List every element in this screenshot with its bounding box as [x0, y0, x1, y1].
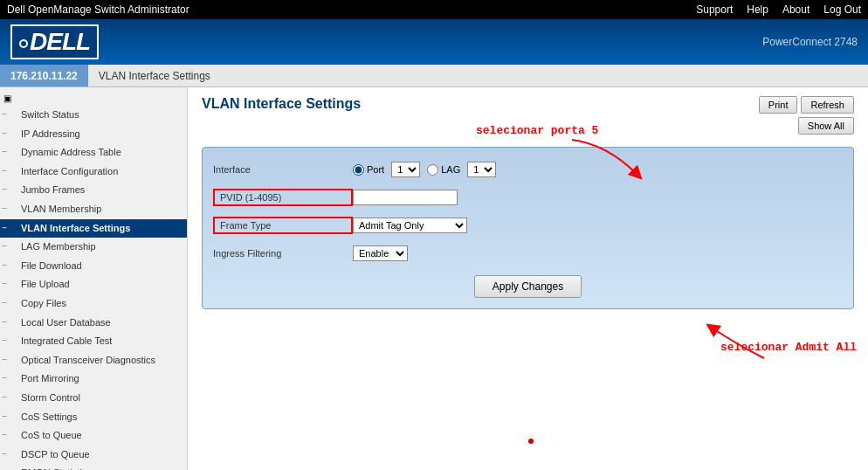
- breadcrumb-bar: 176.210.11.22 VLAN Interface Settings: [0, 65, 868, 87]
- sidebar-item-port-mirroring[interactable]: Port Mirroring: [0, 370, 187, 389]
- sidebar-item-vlan-membership[interactable]: VLAN Membership: [0, 200, 187, 219]
- dell-logo: DELL: [10, 24, 99, 59]
- sidebar-item-file-upload[interactable]: File Upload: [0, 275, 187, 294]
- logout-link[interactable]: Log Out: [823, 3, 861, 16]
- sidebar-item-copy-files[interactable]: Copy Files: [0, 294, 187, 314]
- sidebar-item-rmon-statistics[interactable]: RMON Statistics: [0, 464, 187, 470]
- frame-type-row: Frame Type Admit Tag OnlyAdmit AllAdmit …: [213, 214, 843, 237]
- annotation-arrow-2: [694, 310, 782, 363]
- interface-row: Interface Port 1234 5678 LAG: [213, 158, 843, 181]
- page-title: VLAN Interface Settings: [202, 96, 854, 112]
- lag-label: LAG: [441, 164, 460, 175]
- device-name: PowerConnect 2748: [762, 36, 858, 48]
- dot-indicator: [528, 439, 534, 444]
- breadcrumb-page: VLAN Interface Settings: [88, 66, 221, 86]
- ingress-label: Ingress Filtering: [213, 248, 353, 259]
- apply-changes-button[interactable]: Apply Changes: [474, 275, 582, 298]
- sidebar-item-dscp-to-queue[interactable]: DSCP to Queue: [0, 446, 187, 465]
- pvid-row: PVID (1-4095) 1: [213, 186, 843, 209]
- sidebar-items: Switch StatusIP AddressingDynamic Addres…: [0, 106, 187, 470]
- sidebar-item-interface-configuration[interactable]: Interface Configuration: [0, 162, 187, 182]
- sidebar-item-switch-status[interactable]: Switch Status: [0, 106, 187, 125]
- port-radio-label[interactable]: Port: [353, 164, 384, 176]
- print-button[interactable]: Print: [759, 96, 798, 114]
- top-bar-links: Support Help About Log Out: [696, 3, 861, 16]
- sidebar-item-storm-control[interactable]: Storm Control: [0, 389, 187, 408]
- sidebar-collapse[interactable]: ▣: [0, 91, 187, 106]
- apply-button-container: Apply Changes: [213, 275, 843, 298]
- sidebar-item-integrated-cable-test[interactable]: Integrated Cable Test: [0, 332, 187, 351]
- annotation-admit-all: selecionar Admit All: [720, 341, 857, 354]
- sidebar-item-optical-transceiver-diagnostics[interactable]: Optical Transceiver Diagnostics: [0, 351, 187, 370]
- main-layout: ▣ Switch StatusIP AddressingDynamic Addr…: [0, 87, 868, 470]
- ingress-control: EnableDisable: [353, 245, 408, 261]
- sidebar-item-local-user-database[interactable]: Local User Database: [0, 314, 187, 333]
- sidebar-item-vlan-interface-settings[interactable]: VLAN Interface Settings: [0, 219, 187, 238]
- sidebar-item-ip-addressing[interactable]: IP Addressing: [0, 125, 187, 144]
- header: DELL PowerConnect 2748: [0, 19, 868, 65]
- interface-label: Interface: [213, 164, 353, 175]
- sidebar-item-cos-to-queue[interactable]: CoS to Queue: [0, 426, 187, 446]
- lag-radio-label[interactable]: LAG: [427, 164, 460, 176]
- interface-control: Port 1234 5678 LAG 12: [353, 162, 496, 177]
- help-link[interactable]: Help: [747, 3, 768, 16]
- collapse-icon: ▣: [3, 93, 11, 103]
- sidebar-item-lag-membership[interactable]: LAG Membership: [0, 238, 187, 257]
- pvid-input[interactable]: 1: [353, 190, 458, 205]
- breadcrumb-ip[interactable]: 176.210.11.22: [0, 65, 88, 86]
- sidebar-item-dynamic-address-table[interactable]: Dynamic Address Table: [0, 143, 187, 162]
- sidebar-item-cos-settings[interactable]: CoS Settings: [0, 408, 187, 427]
- frame-type-label: Frame Type: [213, 217, 353, 234]
- port-label: Port: [367, 164, 384, 175]
- port-select[interactable]: 1234 5678: [391, 162, 420, 177]
- annotation-select-port: selecionar porta 5: [476, 124, 598, 137]
- content-area: VLAN Interface Settings Print Refresh Sh…: [188, 87, 868, 470]
- sidebar-item-jumbo-frames[interactable]: Jumbo Frames: [0, 181, 187, 200]
- port-radio[interactable]: [353, 164, 364, 176]
- ingress-select[interactable]: EnableDisable: [353, 245, 408, 261]
- radio-group: Port 1234 5678 LAG 12: [353, 162, 496, 177]
- action-buttons: Print Refresh Show All: [759, 96, 854, 135]
- app-title: Dell OpenManage Switch Administrator: [7, 3, 189, 16]
- ingress-row: Ingress Filtering EnableDisable: [213, 242, 843, 265]
- frame-type-select[interactable]: Admit Tag OnlyAdmit AllAdmit Untagged On…: [353, 218, 467, 233]
- show-all-button[interactable]: Show All: [798, 117, 854, 135]
- support-link[interactable]: Support: [696, 3, 733, 16]
- sidebar-item-file-download[interactable]: File Download: [0, 257, 187, 276]
- pvid-label: PVID (1-4095): [213, 189, 353, 206]
- refresh-button[interactable]: Refresh: [801, 96, 854, 114]
- sidebar: ▣ Switch StatusIP AddressingDynamic Addr…: [0, 87, 188, 470]
- lag-radio[interactable]: [427, 164, 438, 176]
- form-panel: Interface Port 1234 5678 LAG: [202, 147, 854, 309]
- frame-type-control: Admit Tag OnlyAdmit AllAdmit Untagged On…: [353, 218, 467, 233]
- pvid-control: 1: [353, 190, 458, 205]
- about-link[interactable]: About: [782, 3, 809, 16]
- top-bar: Dell OpenManage Switch Administrator Sup…: [0, 0, 868, 19]
- lag-select[interactable]: 12: [467, 162, 496, 177]
- top-btn-row: Print Refresh: [759, 96, 854, 114]
